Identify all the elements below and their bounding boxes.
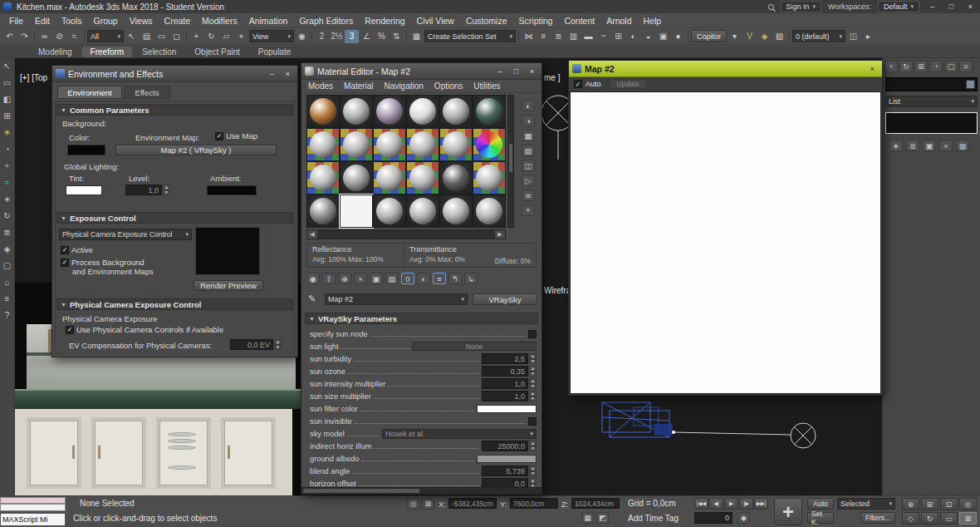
isolate-selection-icon[interactable]: ◎ [407,498,419,510]
select-and-rotate-icon[interactable]: ↻ [204,30,218,43]
vray-fb-icon[interactable]: ◈ [757,30,772,43]
cameras-icon[interactable]: ◔ [4,145,9,154]
remove-modifier-icon[interactable]: × [939,140,953,151]
maximize-button[interactable]: □ [945,2,958,12]
state-sets-icon[interactable]: ▧ [772,30,786,43]
material-id-button[interactable]: 0 [401,273,414,284]
menu-rendering[interactable]: Rendering [359,16,410,26]
region-zoom-icon[interactable]: ▭ [940,512,958,525]
ribbon-tab-populate[interactable]: Populate [250,47,299,57]
param-spinner[interactable]: 1,0▲▼ [482,391,537,401]
pan-icon[interactable]: ◇ [902,512,919,525]
go-to-end-button[interactable]: ▶▶| [754,498,768,510]
named-selection-sets-icon[interactable]: ▦ [409,30,424,43]
modifier-list-dropdown[interactable]: List▾ [885,96,978,107]
previous-frame-button[interactable]: ◀| [709,498,723,510]
pick-material-eyedropper-icon[interactable]: ✎ [308,293,316,304]
viewport-label-top[interactable]: [+] [Top [20,73,47,82]
shapes-icon[interactable]: ▭ [3,78,11,87]
modify-tab[interactable]: ↻ [899,61,913,72]
select-and-move-icon[interactable]: + [189,30,203,43]
schematic-view-icon[interactable]: ⊞ [611,30,625,43]
environment-map-button[interactable]: Map #2 ( VRaySky ) [115,145,277,155]
scene-explorer-icon[interactable]: ▥ [566,30,581,43]
sample-slot-11[interactable] [439,128,473,161]
minimize-button[interactable]: – [266,68,278,79]
vray-toolbar-icon[interactable]: V [742,30,757,43]
dropdown-arrow-icon[interactable]: ▾ [728,30,742,43]
lights-icon[interactable]: ☀ [3,128,11,137]
show-in-viewport-icon[interactable]: ◐ [417,273,430,284]
redo-icon[interactable]: ↷ [17,30,32,43]
param-spinner[interactable]: 0,35▲▼ [482,366,537,377]
curve-editor-icon[interactable]: ~ [596,30,610,43]
minimize-button[interactable]: – [494,66,507,76]
unlink-selection-icon[interactable]: ⊘ [52,30,66,43]
select-and-scale-icon[interactable]: ▱ [219,30,233,43]
maxscript-mini-listener[interactable]: MAXScript Mi [0,513,66,526]
fov-icon[interactable]: ◎ [959,498,977,510]
material-editor-icon[interactable]: ◐ [626,30,640,43]
snap-2d-icon[interactable]: 2 [315,30,329,43]
spinner-snap-icon[interactable]: ⇅ [390,30,404,43]
rollout-exposure-control[interactable]: ▼Exposure Control [56,212,293,224]
param-spinner[interactable]: 5,739▲▼ [482,465,537,476]
display-tab[interactable]: ▢ [944,61,958,72]
material-name-dropdown[interactable]: Map #2▾ [325,293,468,305]
menu-views[interactable]: Views [124,16,159,26]
render-setup-icon[interactable]: ◒ [641,30,655,43]
menu-edit[interactable]: Edit [29,16,56,26]
sample-slot-23[interactable] [439,195,473,228]
y-coord-field[interactable]: 7600,0cm [510,498,558,509]
use-map-checkbox[interactable]: ✓Use Map [215,131,257,140]
material-menu-material[interactable]: Material [344,81,374,91]
sample-slot-2[interactable] [340,95,373,128]
geometry-icon[interactable]: ◧ [3,95,11,104]
reset-map-icon[interactable]: × [354,273,367,284]
param-checkbox[interactable] [528,330,537,338]
menu-create[interactable]: Create [159,16,197,26]
background-icon[interactable]: ▦ [522,130,535,141]
sample-slot-24[interactable] [473,195,506,228]
maxscript-listener-field[interactable] [0,504,66,511]
maxscript-icon[interactable]: ≡ [5,294,10,303]
reference-coordinate-dropdown[interactable]: View▾ [249,30,294,42]
menu-modifiers[interactable]: Modifiers [196,16,243,26]
go-to-start-button[interactable]: |◀◀ [694,498,708,510]
close-button[interactable]: × [282,68,294,79]
show-end-result-icon[interactable]: ≣ [906,140,919,151]
pin-stack-icon[interactable]: ∗ [889,140,903,151]
sample-slot-17[interactable] [439,161,473,195]
sample-slot-4[interactable] [406,95,439,128]
compound-objects-icon[interactable]: ⊞ [3,111,10,121]
assign-material-icon[interactable]: ⊕ [338,273,351,284]
ribbon-toggle-icon[interactable]: ▬ [581,30,595,43]
maximize-button[interactable]: □ [510,66,522,76]
map-window-titlebar[interactable]: Map #2 × [569,61,882,77]
process-background-checkbox[interactable]: ✓Process Background [61,258,145,267]
ribbon-tab-object-paint[interactable]: Object Paint [186,47,247,57]
ribbon-tab-modeling[interactable]: Modeling [30,47,81,57]
sample-slot-10[interactable] [406,128,439,161]
mirror-icon[interactable]: ⋈ [522,30,536,43]
param-button[interactable]: None [412,342,537,351]
bind-to-spacewarp-icon[interactable]: ≈ [67,30,81,43]
select-by-name-icon[interactable]: ▤ [140,30,154,43]
window-crossing-icon[interactable]: ◻ [169,30,184,43]
level-spinner[interactable]: 1,0▲▼ [125,185,170,195]
menu-customize[interactable]: Customize [460,16,513,26]
layer-manager-icon[interactable]: ≣ [551,30,566,43]
exposure-control-dropdown[interactable]: Physical Camera Exposure Control▾ [59,229,192,240]
menu-content[interactable]: Content [558,16,600,26]
sample-slot-3[interactable] [373,95,406,128]
put-to-library-icon[interactable]: ▤ [385,273,399,284]
close-button[interactable]: × [964,2,977,12]
render-preview-button[interactable]: Render Preview [194,280,263,291]
percent-snap-icon[interactable]: % [375,30,389,43]
hierarchy-icon[interactable]: ≣ [3,228,10,237]
make-unique-icon[interactable]: ▣ [370,273,383,284]
dialog-titlebar[interactable]: Environment and Effects – × [52,66,297,82]
backlight-icon[interactable]: ◑ [522,115,535,126]
rendered-frame-icon[interactable]: ▣ [656,30,670,43]
material-type-button[interactable]: VRaySky [473,293,537,305]
